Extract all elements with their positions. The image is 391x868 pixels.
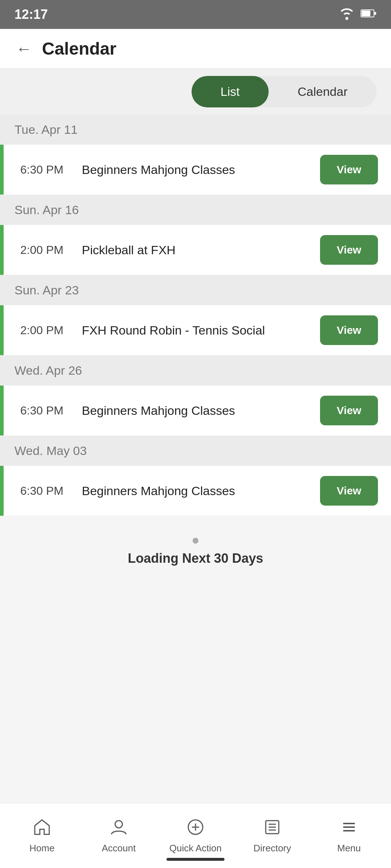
svg-rect-1 xyxy=(362,10,370,16)
event-name: Beginners Mahjong Classes xyxy=(78,162,320,178)
calendar-content: Tue. Apr 11 6:30 PM Beginners Mahjong Cl… xyxy=(0,115,391,816)
nav-label-menu: Menu xyxy=(337,843,361,854)
nav-label-directory: Directory xyxy=(253,843,291,854)
nav-label-quick-action: Quick Action xyxy=(169,843,222,854)
event-left-bar xyxy=(0,386,4,435)
view-event-button[interactable]: View xyxy=(320,396,378,425)
event-name: Pickleball at FXH xyxy=(78,242,320,258)
back-button[interactable]: ← xyxy=(13,38,35,60)
view-event-button[interactable]: View xyxy=(320,315,378,345)
event-time: 6:30 PM xyxy=(13,163,78,176)
plus-circle-icon xyxy=(186,818,205,839)
date-header-apr11: Tue. Apr 11 xyxy=(0,115,391,145)
date-header-apr26: Wed. Apr 26 xyxy=(0,356,391,386)
date-header-may03: Wed. May 03 xyxy=(0,436,391,466)
page-title: Calendar xyxy=(42,39,116,59)
event-left-bar xyxy=(0,305,4,355)
calendar-view-button[interactable]: Calendar xyxy=(269,76,377,107)
event-row: 6:30 PM Beginners Mahjong Classes View xyxy=(0,466,391,516)
date-header-apr16: Sun. Apr 16 xyxy=(0,195,391,225)
menu-icon xyxy=(340,818,358,839)
event-left-bar xyxy=(0,466,4,516)
view-event-button[interactable]: View xyxy=(320,476,378,506)
battery-icon xyxy=(361,8,377,21)
view-event-button[interactable]: View xyxy=(320,155,378,184)
directory-icon xyxy=(263,818,282,839)
svg-rect-2 xyxy=(374,12,376,15)
view-toggle-container: List Calendar xyxy=(0,69,391,115)
event-time: 2:00 PM xyxy=(13,243,78,257)
event-left-bar xyxy=(0,145,4,195)
loading-text: Loading Next 30 Days xyxy=(128,551,263,566)
status-time: 12:17 xyxy=(14,7,48,22)
home-icon xyxy=(33,818,51,839)
event-left-bar xyxy=(0,225,4,275)
loading-section: Loading Next 30 Days xyxy=(0,516,391,580)
event-name: Beginners Mahjong Classes xyxy=(78,483,320,499)
bottom-handle xyxy=(167,858,224,861)
status-bar: 12:17 xyxy=(0,0,391,29)
event-name: Beginners Mahjong Classes xyxy=(78,403,320,418)
svg-point-3 xyxy=(115,821,122,828)
view-event-button[interactable]: View xyxy=(320,235,378,265)
event-name: FXH Round Robin - Tennis Social xyxy=(78,322,320,338)
account-icon xyxy=(109,818,128,839)
back-arrow-icon: ← xyxy=(16,40,32,58)
event-row: 2:00 PM FXH Round Robin - Tennis Social … xyxy=(0,305,391,356)
nav-item-menu[interactable]: Menu xyxy=(311,818,387,854)
nav-item-home[interactable]: Home xyxy=(4,818,80,854)
list-view-button[interactable]: List xyxy=(192,76,269,107)
event-row: 6:30 PM Beginners Mahjong Classes View xyxy=(0,386,391,436)
view-toggle-group: List Calendar xyxy=(192,76,377,107)
event-time: 6:30 PM xyxy=(13,484,78,498)
nav-label-account: Account xyxy=(102,843,136,854)
event-time: 6:30 PM xyxy=(13,404,78,417)
nav-item-quick-action[interactable]: Quick Action xyxy=(157,818,234,854)
header: ← Calendar xyxy=(0,29,391,69)
nav-label-home: Home xyxy=(29,843,54,854)
event-time: 2:00 PM xyxy=(13,324,78,337)
wifi-icon xyxy=(339,7,355,22)
event-row: 2:00 PM Pickleball at FXH View xyxy=(0,225,391,275)
nav-item-account[interactable]: Account xyxy=(80,818,157,854)
status-icons xyxy=(339,7,377,22)
date-header-apr23: Sun. Apr 23 xyxy=(0,275,391,305)
loading-dot xyxy=(193,538,198,544)
nav-item-directory[interactable]: Directory xyxy=(234,818,311,854)
event-row: 6:30 PM Beginners Mahjong Classes View xyxy=(0,145,391,195)
